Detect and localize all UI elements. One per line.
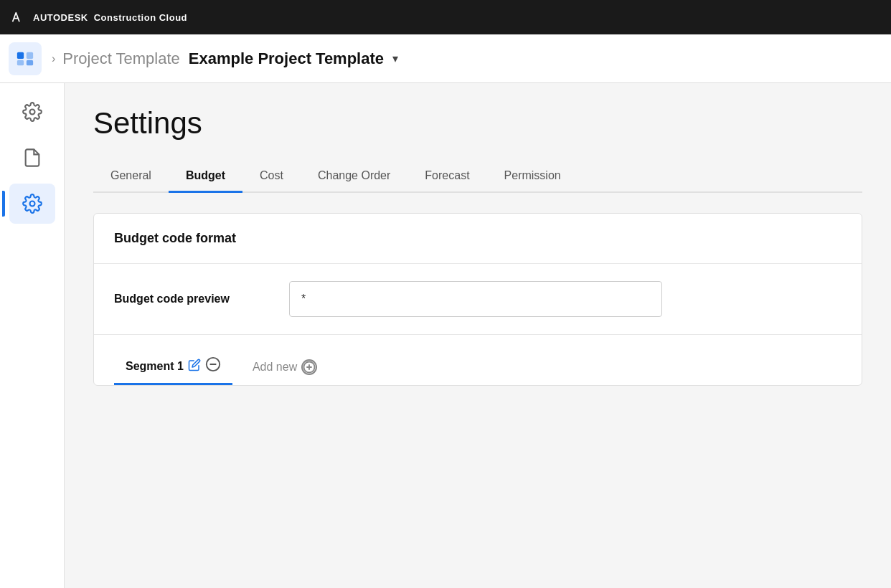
segment-tabs: Segment 1 bbox=[114, 349, 842, 385]
svg-rect-0 bbox=[17, 52, 24, 58]
brand-logo: AUTODESK Construction Cloud bbox=[11, 11, 187, 23]
breadcrumb-chevron-icon: › bbox=[52, 52, 55, 65]
edit-segment-icon[interactable] bbox=[188, 359, 201, 374]
document-icon bbox=[22, 148, 42, 168]
segment-1-tab[interactable]: Segment 1 bbox=[114, 349, 232, 385]
breadcrumb-label: Project Template bbox=[62, 49, 179, 68]
autodesk-logo-icon bbox=[11, 11, 27, 23]
svg-rect-3 bbox=[27, 60, 33, 65]
main-layout: Settings General Budget Cost Change Orde… bbox=[0, 83, 891, 588]
sidebar-item-settings[interactable] bbox=[9, 184, 55, 224]
gear-active-icon bbox=[22, 194, 42, 214]
remove-segment-icon[interactable] bbox=[205, 356, 221, 376]
breadcrumb-current: Example Project Template bbox=[189, 49, 384, 68]
minus-circle-icon bbox=[205, 356, 221, 372]
preview-label: Budget code preview bbox=[114, 293, 272, 305]
settings-tabs: General Budget Cost Change Order Forecas… bbox=[93, 161, 862, 193]
segment-1-label: Segment 1 bbox=[126, 360, 184, 373]
add-circle-icon bbox=[301, 359, 317, 375]
add-new-segment-button[interactable]: Add new bbox=[244, 354, 326, 381]
breadcrumb-dropdown-button[interactable]: ▾ bbox=[392, 52, 398, 65]
app-icon-button[interactable] bbox=[9, 42, 42, 75]
svg-point-4 bbox=[29, 110, 34, 115]
tab-forecast[interactable]: Forecast bbox=[407, 161, 486, 193]
sidebar-item-documents[interactable] bbox=[9, 138, 55, 178]
brand-name: AUTODESK bbox=[33, 12, 88, 23]
add-new-label: Add new bbox=[253, 361, 297, 374]
plus-circle-icon bbox=[303, 361, 316, 374]
svg-rect-2 bbox=[17, 60, 24, 65]
budget-card: Budget code format Budget code preview S… bbox=[93, 213, 862, 386]
segment-row: Segment 1 bbox=[94, 335, 862, 385]
budget-code-format-section: Budget code format bbox=[94, 214, 862, 264]
topbar: AUTODESK Construction Cloud bbox=[0, 0, 891, 34]
main-content: Settings General Budget Cost Change Orde… bbox=[65, 83, 891, 588]
product-name: Construction Cloud bbox=[94, 12, 187, 23]
page-title: Settings bbox=[93, 106, 862, 141]
sidebar-item-settings-general[interactable] bbox=[9, 92, 55, 132]
budget-code-format-title: Budget code format bbox=[114, 231, 236, 245]
app-icon-svg bbox=[16, 49, 34, 68]
tab-change-order[interactable]: Change Order bbox=[301, 161, 407, 193]
pencil-icon bbox=[188, 359, 201, 371]
tab-general[interactable]: General bbox=[93, 161, 169, 193]
svg-point-5 bbox=[29, 201, 34, 207]
tab-budget[interactable]: Budget bbox=[169, 161, 242, 193]
tab-permission[interactable]: Permission bbox=[487, 161, 578, 193]
tab-cost[interactable]: Cost bbox=[242, 161, 301, 193]
gear-icon bbox=[22, 102, 42, 122]
sidebar bbox=[0, 83, 65, 588]
header-bar: › Project Template Example Project Templ… bbox=[0, 34, 891, 83]
budget-code-preview-input[interactable] bbox=[289, 281, 662, 317]
budget-preview-row: Budget code preview bbox=[94, 264, 862, 335]
svg-rect-1 bbox=[27, 52, 33, 58]
